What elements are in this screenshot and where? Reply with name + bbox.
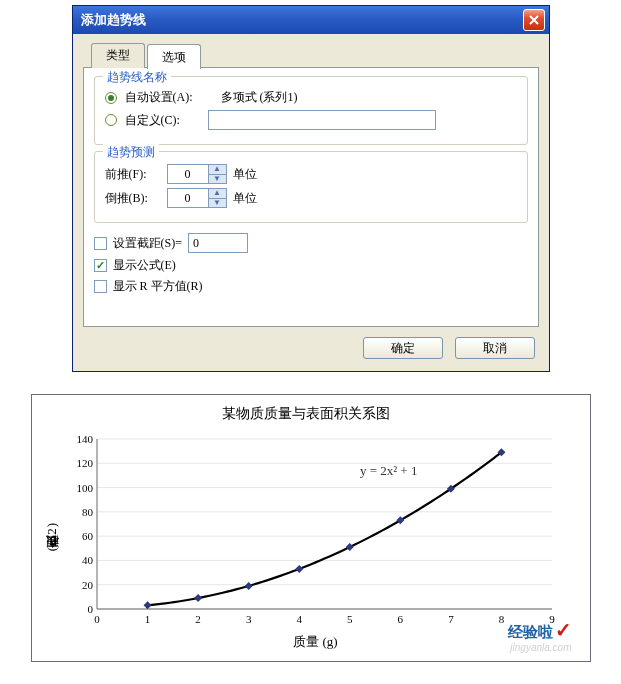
backward-row: 倒推(B): ▲ ▼ 单位 <box>105 188 517 208</box>
watermark: 经验啦✓ jingyanla.com <box>508 618 572 653</box>
custom-name-input[interactable] <box>208 110 436 130</box>
backward-unit: 单位 <box>233 190 257 207</box>
chart-container: 某物质质量与表面积关系图 表面积 (m2) 020406080100120140… <box>31 394 591 662</box>
tab-type[interactable]: 类型 <box>91 43 145 68</box>
svg-text:y = 2x² + 1: y = 2x² + 1 <box>359 463 417 478</box>
svg-text:80: 80 <box>82 506 94 518</box>
intercept-input[interactable] <box>188 233 248 253</box>
forward-spinner[interactable]: ▲ ▼ <box>167 164 227 184</box>
add-trendline-dialog: 添加趋势线 类型 选项 趋势线名称 自动设置(A): 多项式 (系列1) <box>72 5 550 372</box>
name-legend: 趋势线名称 <box>103 69 171 86</box>
trendline-name-group: 趋势线名称 自动设置(A): 多项式 (系列1) 自定义(C): <box>94 76 528 145</box>
svg-text:0: 0 <box>94 613 100 625</box>
show-eq-row: ✓ 显示公式(E) <box>94 257 528 274</box>
svg-text:0: 0 <box>87 603 93 615</box>
spinner-down-icon[interactable]: ▼ <box>208 199 226 208</box>
options-checks: 设置截距(S)= ✓ 显示公式(E) 显示 R 平方值(R) <box>94 233 528 295</box>
svg-text:60: 60 <box>82 530 94 542</box>
backward-input[interactable] <box>168 189 208 207</box>
svg-text:6: 6 <box>397 613 403 625</box>
auto-desc: 多项式 (系列1) <box>221 89 298 106</box>
watermark-brand: 经验啦 <box>508 623 553 640</box>
spinner-down-icon[interactable]: ▼ <box>208 175 226 184</box>
forward-input[interactable] <box>168 165 208 183</box>
svg-text:40: 40 <box>82 554 94 566</box>
radio-custom[interactable] <box>105 114 117 126</box>
ok-button[interactable]: 确定 <box>363 337 443 359</box>
svg-text:7: 7 <box>448 613 454 625</box>
radio-auto[interactable] <box>105 92 117 104</box>
svg-text:140: 140 <box>76 433 93 445</box>
svg-text:5: 5 <box>347 613 353 625</box>
svg-text:2: 2 <box>195 613 201 625</box>
cancel-button[interactable]: 取消 <box>455 337 535 359</box>
chart-plot: 0204060801001201400123456789y = 2x² + 1 <box>62 429 562 629</box>
forward-label: 前推(F): <box>105 166 161 183</box>
dialog-buttons: 确定 取消 <box>83 337 539 359</box>
chart-xlabel: 质量 (g) <box>62 633 570 651</box>
checkbox-show-eq[interactable]: ✓ <box>94 259 107 272</box>
tab-page-options: 趋势线名称 自动设置(A): 多项式 (系列1) 自定义(C): 趋势预测 前推… <box>83 67 539 327</box>
forward-unit: 单位 <box>233 166 257 183</box>
forward-row: 前推(F): ▲ ▼ 单位 <box>105 164 517 184</box>
close-icon <box>529 15 539 25</box>
auto-label: 自动设置(A): <box>125 89 193 106</box>
custom-row: 自定义(C): <box>105 110 517 130</box>
svg-text:120: 120 <box>76 457 93 469</box>
dialog-title: 添加趋势线 <box>81 11 523 29</box>
tab-options[interactable]: 选项 <box>147 44 201 69</box>
show-r2-row: 显示 R 平方值(R) <box>94 278 528 295</box>
backward-label: 倒推(B): <box>105 190 161 207</box>
tabs: 类型 选项 <box>91 43 539 68</box>
intercept-label: 设置截距(S)= <box>113 235 182 252</box>
custom-label: 自定义(C): <box>125 112 180 129</box>
svg-text:1: 1 <box>144 613 150 625</box>
watermark-url: jingyanla.com <box>508 642 572 653</box>
titlebar: 添加趋势线 <box>73 6 549 34</box>
backward-spinner[interactable]: ▲ ▼ <box>167 188 227 208</box>
intercept-row: 设置截距(S)= <box>94 233 528 253</box>
dialog-body: 类型 选项 趋势线名称 自动设置(A): 多项式 (系列1) 自定义(C): <box>73 34 549 371</box>
svg-text:3: 3 <box>245 613 251 625</box>
svg-text:100: 100 <box>76 482 93 494</box>
svg-text:4: 4 <box>296 613 302 625</box>
forecast-legend: 趋势预测 <box>103 144 159 161</box>
check-icon: ✓ <box>555 619 572 641</box>
chart-title: 某物质质量与表面积关系图 <box>42 405 570 423</box>
forecast-group: 趋势预测 前推(F): ▲ ▼ 单位 倒推(B): <box>94 151 528 223</box>
show-r2-label: 显示 R 平方值(R) <box>113 278 203 295</box>
chart-ylabel: 表面积 (m2) <box>43 522 61 559</box>
show-eq-label: 显示公式(E) <box>113 257 176 274</box>
checkbox-show-r2[interactable] <box>94 280 107 293</box>
auto-row: 自动设置(A): 多项式 (系列1) <box>105 89 517 106</box>
svg-text:8: 8 <box>498 613 504 625</box>
svg-text:20: 20 <box>82 579 94 591</box>
close-button[interactable] <box>523 9 545 31</box>
checkbox-intercept[interactable] <box>94 237 107 250</box>
